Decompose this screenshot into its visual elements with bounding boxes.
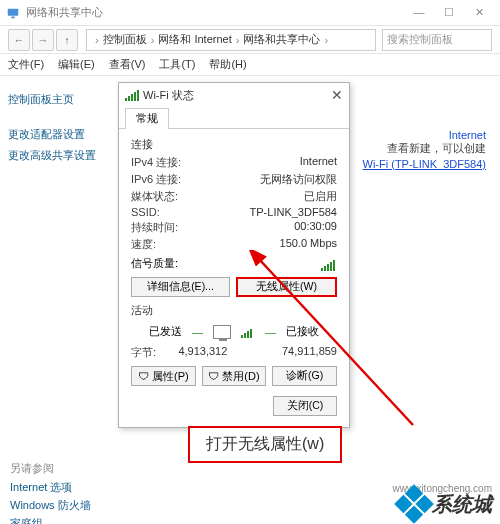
dialog-tabs: 常规 <box>119 107 349 129</box>
maximize-button[interactable]: ☐ <box>434 6 464 19</box>
breadcrumb[interactable]: › 控制面板 › 网络和 Internet › 网络和共享中心 › <box>86 29 376 51</box>
speed-value: 150.0 Mbps <box>280 237 337 252</box>
monitor-icon <box>213 325 231 339</box>
group-activity: 活动 <box>131 303 337 318</box>
see-also: 另请参阅 Internet 选项 Windows 防火墙 家庭组 <box>10 458 91 524</box>
forward-button[interactable]: → <box>32 29 54 51</box>
menu-help[interactable]: 帮助(H) <box>209 57 246 72</box>
shield-icon: 🛡 <box>138 370 149 382</box>
navbar: ← → ↑ › 控制面板 › 网络和 Internet › 网络和共享中心 › … <box>0 26 500 54</box>
wifi-signal-icon <box>125 89 139 101</box>
menubar: 文件(F) 编辑(E) 查看(V) 工具(T) 帮助(H) <box>0 54 500 76</box>
duration-value: 00:30:09 <box>294 220 337 235</box>
dialog-body: 连接 IPv4 连接:Internet IPv6 连接:无网络访问权限 媒体状态… <box>119 129 349 424</box>
received-label: 已接收 <box>286 324 319 339</box>
link-internet-options[interactable]: Internet 选项 <box>10 480 91 495</box>
disable-button[interactable]: 🛡禁用(D) <box>202 366 267 386</box>
close-button[interactable]: ✕ <box>464 6 494 19</box>
annotation-callout: 打开无线属性(w) <box>188 426 342 463</box>
dialog-title: Wi-Fi 状态 <box>143 88 194 103</box>
menu-edit[interactable]: 编辑(E) <box>58 57 95 72</box>
wifi-status-dialog: Wi-Fi 状态 ✕ 常规 连接 IPv4 连接:Internet IPv6 连… <box>118 82 350 428</box>
crumb-sharing-center[interactable]: 网络和共享中心 <box>243 32 320 47</box>
sidebar-home[interactable]: 控制面板主页 <box>8 92 110 107</box>
watermark-text: 系统城 <box>432 491 492 518</box>
menu-file[interactable]: 文件(F) <box>8 57 44 72</box>
svg-rect-1 <box>11 16 15 18</box>
tab-general[interactable]: 常规 <box>125 108 169 129</box>
signal-quality-icon <box>321 257 337 271</box>
window-title: 网络和共享中心 <box>26 5 103 20</box>
signal-quality-label: 信号质量: <box>131 256 178 271</box>
titlebar: 网络和共享中心 — ☐ ✕ <box>0 0 500 26</box>
network-icon <box>6 6 20 20</box>
ipv4-value: Internet <box>300 155 337 170</box>
sent-label: 已发送 <box>149 324 182 339</box>
media-value: 已启用 <box>304 189 337 204</box>
link-homegroup[interactable]: 家庭组 <box>10 516 91 524</box>
minimize-button[interactable]: — <box>404 6 434 19</box>
crumb-network-internet[interactable]: 网络和 Internet <box>158 32 231 47</box>
dialog-close-button[interactable]: ✕ <box>331 87 343 103</box>
group-connection: 连接 <box>131 137 337 152</box>
shield-icon: 🛡 <box>208 370 219 382</box>
control-panel-window: 网络和共享中心 — ☐ ✕ ← → ↑ › 控制面板 › 网络和 Interne… <box>0 0 500 524</box>
svg-rect-0 <box>8 8 19 15</box>
see-also-heading: 另请参阅 <box>10 461 91 476</box>
sidebar-advanced-sharing[interactable]: 更改高级共享设置 <box>8 148 110 163</box>
dialog-titlebar: Wi-Fi 状态 ✕ <box>119 83 349 107</box>
ipv6-value: 无网络访问权限 <box>260 172 337 187</box>
up-button[interactable]: ↑ <box>56 29 78 51</box>
wireless-properties-button[interactable]: 无线属性(W) <box>236 277 337 297</box>
ssid-value: TP-LINK_3DF584 <box>250 206 337 218</box>
watermark: 系统城 <box>400 490 492 518</box>
sidebar: 控制面板主页 更改适配器设置 更改高级共享设置 <box>0 76 118 524</box>
activity-signal-icon <box>241 326 255 338</box>
bytes-received: 74,911,859 <box>282 345 337 360</box>
properties-button[interactable]: 🛡属性(P) <box>131 366 196 386</box>
link-windows-firewall[interactable]: Windows 防火墙 <box>10 498 91 513</box>
menu-tools[interactable]: 工具(T) <box>159 57 195 72</box>
sidebar-adapter-settings[interactable]: 更改适配器设置 <box>8 127 110 142</box>
diagnose-button[interactable]: 诊断(G) <box>272 366 337 386</box>
bytes-sent: 4,913,312 <box>178 345 227 360</box>
search-input[interactable]: 搜索控制面板 <box>382 29 492 51</box>
activity-graphic: 已发送 — — 已接收 <box>131 324 337 339</box>
details-button[interactable]: 详细信息(E)... <box>131 277 230 297</box>
back-button[interactable]: ← <box>8 29 30 51</box>
watermark-icon <box>394 484 434 524</box>
crumb-control-panel[interactable]: 控制面板 <box>103 32 147 47</box>
close-button-dialog[interactable]: 关闭(C) <box>273 396 337 416</box>
menu-view[interactable]: 查看(V) <box>109 57 146 72</box>
